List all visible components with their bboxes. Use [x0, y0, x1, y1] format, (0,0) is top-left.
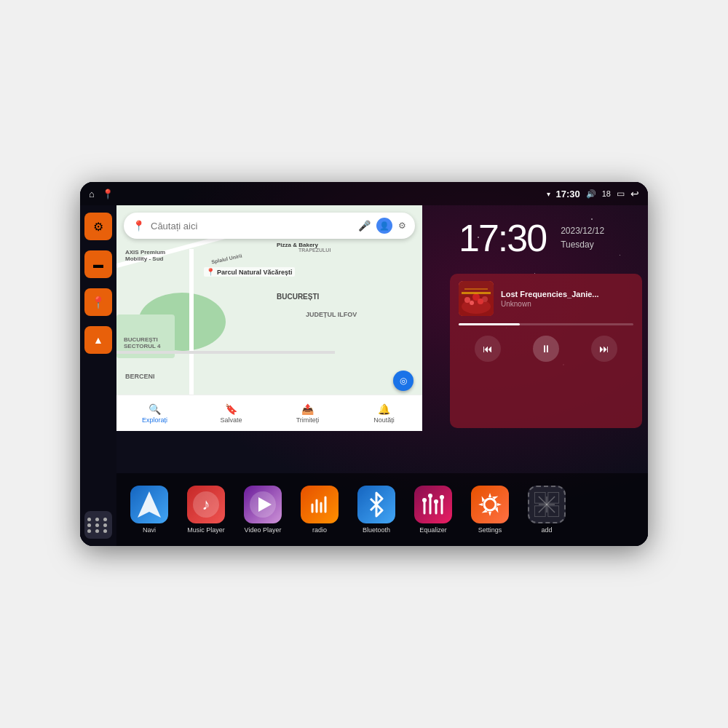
- prev-icon: ⏮: [483, 343, 493, 355]
- location-icon: 📍: [91, 296, 106, 309]
- maps-status-icon[interactable]: 📍: [102, 189, 114, 199]
- svg-point-24: [428, 494, 432, 498]
- svg-point-25: [434, 499, 438, 504]
- map-search-input[interactable]: [151, 221, 352, 232]
- grid-dots: [87, 518, 109, 533]
- svg-marker-10: [138, 491, 161, 518]
- bluetooth-label: Bluetooth: [363, 526, 390, 534]
- map-tab-explore[interactable]: 🔍 Explorați: [116, 403, 193, 424]
- app-icon-bluetooth[interactable]: Bluetooth: [351, 486, 402, 534]
- clock-day-value: Tuesday: [561, 238, 604, 252]
- settings-icon-box: [471, 486, 509, 523]
- clock-time: 17:30: [459, 216, 546, 260]
- map-tab-saved[interactable]: 🔖 Salvate: [193, 403, 269, 424]
- svg-point-6: [470, 301, 474, 305]
- music-title: Lost Frequencies_Janie...: [501, 290, 633, 298]
- map-label-parc: 📍 Parcul Natural Văcărești: [204, 267, 295, 277]
- radio-label: radio: [312, 526, 327, 534]
- map-tab-share-label: Trimiteți: [296, 416, 320, 424]
- status-bar: ⌂ 📍 ▾ 17:30 🔊 18 ▭ ↩: [80, 182, 648, 205]
- battery-icon: ▭: [617, 189, 625, 199]
- sidebar-item-location[interactable]: 📍: [84, 288, 112, 316]
- sidebar-item-grid-menu[interactable]: [84, 511, 112, 539]
- svg-point-26: [440, 495, 444, 499]
- next-icon: ⏭: [599, 343, 609, 355]
- google-maps-icon: 📍: [132, 220, 145, 232]
- map-search-bar[interactable]: 📍 🎤 👤 ⚙: [124, 213, 415, 239]
- svg-point-23: [422, 498, 427, 502]
- status-right: ▾ 17:30 🔊 18 ▭ ↩: [547, 188, 640, 199]
- home-icon[interactable]: ⌂: [89, 189, 95, 199]
- sidebar-item-files[interactable]: ▬: [84, 250, 112, 278]
- app-icon-navi[interactable]: Navi: [124, 486, 175, 534]
- bluetooth-icon-box: [357, 486, 395, 523]
- map-bottom-tabs: 🔍 Explorați 🔖 Salvate 📤 Trimiteți 🔔 Nout…: [116, 395, 422, 431]
- navi-label: Navi: [143, 526, 156, 534]
- video-player-icon-box: [244, 486, 282, 523]
- share-icon: 📤: [301, 403, 314, 415]
- music-controls: ⏮ ⏸ ⏭: [459, 336, 633, 362]
- music-widget: Lost Frequencies_Janie... Unknown ⏮ ⏸: [450, 274, 642, 428]
- time-display: 17:30: [556, 189, 580, 199]
- album-art: [459, 281, 494, 316]
- microphone-icon[interactable]: 🎤: [358, 220, 371, 232]
- map-tab-share[interactable]: 📤 Trimiteți: [269, 403, 346, 424]
- back-icon[interactable]: ↩: [630, 188, 639, 199]
- account-icon[interactable]: 👤: [376, 218, 392, 234]
- equalizer-icon-box: [414, 486, 452, 523]
- svg-point-27: [484, 499, 496, 510]
- map-label-axis: AXIS PremiumMobility - Sud: [125, 249, 165, 262]
- clock-date-value: 2023/12/12: [561, 224, 604, 238]
- map-label-berceni: BERCENI: [125, 373, 155, 380]
- sidebar: ⚙ ▬ 📍 ▲: [80, 205, 116, 546]
- clock-date: 2023/12/12 Tuesday: [561, 224, 604, 252]
- navigate-icon: ▲: [93, 334, 103, 346]
- map-location-button[interactable]: ◎: [393, 371, 414, 391]
- app-icon-equalizer[interactable]: Equalizer: [408, 486, 459, 534]
- music-info: Lost Frequencies_Janie... Unknown: [501, 290, 633, 308]
- app-icon-add[interactable]: add: [521, 486, 572, 534]
- location-arrow-icon: ◎: [400, 376, 407, 386]
- app-icon-video-player[interactable]: Video Player: [237, 486, 288, 534]
- svg-point-3: [464, 297, 470, 303]
- prev-button[interactable]: ⏮: [475, 336, 501, 362]
- music-progress-bar[interactable]: [459, 323, 633, 325]
- main-content: AXIS PremiumMobility - Sud Pizza & Baker…: [116, 205, 648, 546]
- settings-map-icon[interactable]: ⚙: [398, 221, 406, 231]
- screen: ⌂ 📍 ▾ 17:30 🔊 18 ▭ ↩ ⚙ ▬ 📍: [80, 182, 648, 546]
- map-panel: AXIS PremiumMobility - Sud Pizza & Baker…: [116, 205, 422, 431]
- map-label-ilfov: JUDEȚUL ILFOV: [306, 311, 357, 318]
- pause-icon: ⏸: [541, 343, 551, 355]
- app-grid-area: Navi ♪ Music Player: [116, 473, 648, 546]
- map-label-trapezului: TRAPEZULUI: [298, 248, 331, 253]
- play-pause-button[interactable]: ⏸: [533, 336, 559, 362]
- equalizer-label: Equalizer: [419, 526, 447, 534]
- navi-icon-box: [130, 486, 168, 523]
- gear-icon: ⚙: [93, 220, 103, 234]
- next-button[interactable]: ⏭: [591, 336, 617, 362]
- music-player-icon-box: ♪: [187, 486, 225, 523]
- add-label: add: [541, 526, 552, 534]
- svg-rect-8: [462, 292, 491, 294]
- svg-rect-9: [464, 288, 488, 290]
- music-artist: Unknown: [501, 300, 633, 308]
- radio-icon-box: [301, 486, 339, 523]
- app-icon-music-player[interactable]: ♪ Music Player: [181, 486, 232, 534]
- app-icon-radio[interactable]: radio: [294, 486, 345, 534]
- app-icon-settings[interactable]: Settings: [464, 486, 515, 534]
- status-left: ⌂ 📍: [89, 189, 114, 199]
- volume-icon: 🔊: [586, 189, 596, 199]
- add-icon-box: [528, 486, 566, 523]
- svg-point-7: [478, 298, 483, 304]
- map-tab-news[interactable]: 🔔 Noutăți: [346, 403, 422, 424]
- music-progress-fill: [459, 323, 520, 325]
- app-grid-container: Navi ♪ Music Player: [124, 486, 572, 534]
- clock-widget: 17:30 2023/12/12 Tuesday: [444, 205, 648, 271]
- map-tab-explore-label: Explorați: [142, 416, 167, 424]
- map-tab-news-label: Noutăți: [373, 416, 395, 424]
- saved-icon: 🔖: [225, 403, 237, 415]
- sidebar-item-settings[interactable]: ⚙: [84, 213, 112, 240]
- sidebar-item-navigation[interactable]: ▲: [84, 326, 112, 354]
- car-stereo-device: ⌂ 📍 ▾ 17:30 🔊 18 ▭ ↩ ⚙ ▬ 📍: [80, 182, 648, 546]
- music-top: Lost Frequencies_Janie... Unknown: [459, 281, 633, 316]
